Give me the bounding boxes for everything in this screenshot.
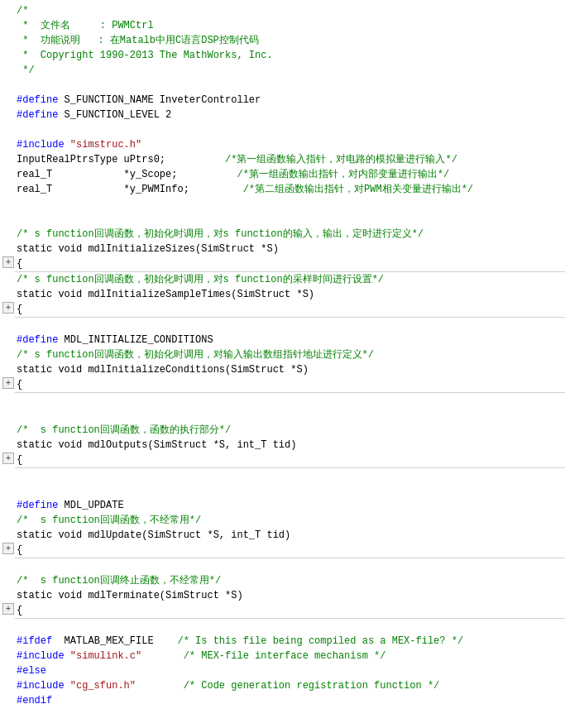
code-line: +{ <box>0 603 565 618</box>
line-content: #ifdef MATLAB_MEX_FILE /* Is this file b… <box>17 634 563 649</box>
code-line: /* s function回调函数，初始化时调用，对输入输出数组指针地址进行定义… <box>0 347 565 362</box>
line-content: { <box>17 543 563 558</box>
line-content: #include "simstruc.h" <box>17 137 563 152</box>
code-line <box>0 212 565 227</box>
code-line: InputRealPtrsType uPtrs0; /*第一组函数输入指针，对电… <box>0 152 565 167</box>
code-segment: static void mdlUpdate(SimStruct *S, int_… <box>17 529 290 541</box>
line-content: static void mdlUpdate(SimStruct *S, int_… <box>17 528 563 543</box>
code-line: static void mdlInitializeSampleTimes(Sim… <box>0 287 565 302</box>
line-content: real_T *y_PWMInfo; /*第二组函数输出指针，对PWM相关变量进… <box>17 182 563 197</box>
code-segment: static void mdlInitializeSampleTimes(Sim… <box>17 289 314 300</box>
code-line: static void mdlTerminate(SimStruct *S) <box>0 588 565 603</box>
code-segment: { <box>17 605 22 616</box>
code-line: static void mdlOutputs(SimStruct *S, int… <box>0 438 565 453</box>
line-content: /* s function回调函数，初始化时调用，对s function的采样时… <box>17 272 563 287</box>
code-segment: #else <box>17 665 46 677</box>
code-segment: /* s function回调函数，初始化时调用，对s function的输入，… <box>17 228 424 240</box>
line-content: #define MDL_INITIALIZE_CONDITIONS <box>17 333 563 347</box>
code-line: #define S_FUNCTION_NAME InveterControlle… <box>0 93 565 108</box>
code-line <box>0 619 565 634</box>
line-content: #define S_FUNCTION_LEVEL 2 <box>17 108 563 122</box>
code-line: +{ <box>0 256 565 271</box>
line-content: /* s function回调函数，不经常用*/ <box>17 513 563 528</box>
code-segment: #define <box>17 334 58 346</box>
line-content: #include "cg_sfun.h" /* Code generation … <box>17 678 563 693</box>
code-segment <box>141 650 183 662</box>
code-line <box>0 408 565 423</box>
code-line: +{ <box>0 543 565 558</box>
code-line: static void mdlInitializeSizes(SimStruct… <box>0 242 565 256</box>
line-content: static void mdlInitializeSampleTimes(Sim… <box>17 287 563 302</box>
code-segment: real_T *y_Scope; <box>17 169 177 180</box>
fold-button[interactable]: + <box>2 453 14 464</box>
code-segment: { <box>17 304 22 315</box>
fold-button[interactable]: + <box>2 256 14 268</box>
code-segment: MATLAB_MEX_FILE <box>52 635 177 647</box>
code-line: /* s function回调函数，函数的执行部分*/ <box>0 423 565 438</box>
code-segment: /* s function回调函数，初始化时调用，对s function的采样时… <box>17 274 384 285</box>
line-content: #endif <box>17 693 563 708</box>
code-segment: { <box>17 544 22 556</box>
code-segment: "simulink.c" <box>70 650 141 662</box>
code-line: #define MDL_UPDATE <box>0 498 565 513</box>
line-content: static void mdlTerminate(SimStruct *S) <box>17 588 563 603</box>
line-gutter: + <box>2 603 17 615</box>
code-line <box>0 558 565 573</box>
line-content: /* s function回调函数，初始化时调用，对s function的输入，… <box>17 227 563 242</box>
code-line: #endif <box>0 693 565 708</box>
code-segment: { <box>17 379 22 390</box>
code-segment: static void mdlInitializeConditions(SimS… <box>17 364 309 376</box>
code-segment: #ifdef <box>17 635 52 647</box>
fold-button[interactable]: + <box>2 603 14 615</box>
line-content: /* s function回调终止函数，不经常用*/ <box>17 573 563 588</box>
code-segment <box>65 680 70 692</box>
line-content: #define S_FUNCTION_NAME InveterControlle… <box>17 93 563 108</box>
code-segment: "simstruc.h" <box>70 139 141 151</box>
fold-button[interactable]: + <box>2 302 14 314</box>
code-segment: S_FUNCTION_LEVEL 2 <box>58 109 171 121</box>
code-line: * 功能说明 : 在Matalb中用C语言DSP控制代码 <box>0 33 565 48</box>
code-line: /* s function回调函数，初始化时调用，对s function的输入，… <box>0 227 565 242</box>
code-line: /* s function回调函数，不经常用*/ <box>0 513 565 528</box>
line-content: #define MDL_UPDATE <box>17 498 563 513</box>
code-line <box>0 78 565 93</box>
line-content: real_T *y_Scope; /*第一组函数输出指针，对内部变量进行输出*/ <box>17 167 563 182</box>
code-line: +{ <box>0 302 565 317</box>
code-segment: "cg_sfun.h" <box>70 680 136 692</box>
code-line <box>0 468 565 483</box>
code-line: /* <box>0 3 565 18</box>
code-segment: #endif <box>17 695 52 706</box>
code-line: real_T *y_Scope; /*第一组函数输出指针，对内部变量进行输出*/ <box>0 167 565 182</box>
code-line <box>0 318 565 333</box>
line-content: static void mdlInitializeConditions(SimS… <box>17 362 563 377</box>
code-container: /* * 文件名 : PWMCtrl * 功能说明 : 在Matalb中用C语言… <box>0 0 565 711</box>
code-segment: /* s function回调终止函数，不经常用*/ <box>17 575 221 587</box>
code-segment: real_T *y_PWMInfo; <box>17 184 189 195</box>
line-content: #include "simulink.c" /* MEX-file interf… <box>17 649 563 663</box>
code-segment: /* MEX-file interface mechanism */ <box>184 650 386 662</box>
line-content: { <box>17 377 563 392</box>
code-segment: { <box>17 454 22 466</box>
code-line <box>0 393 565 408</box>
code-line: #define MDL_INITIALIZE_CONDITIONS <box>0 333 565 347</box>
line-content: * 功能说明 : 在Matalb中用C语言DSP控制代码 <box>17 33 563 48</box>
fold-button[interactable]: + <box>2 377 14 389</box>
code-segment: */ <box>17 65 35 76</box>
code-line: static void mdlUpdate(SimStruct *S, int_… <box>0 528 565 543</box>
line-content: static void mdlInitializeSizes(SimStruct… <box>17 242 563 256</box>
code-segment: #include <box>17 650 65 662</box>
code-segment: MDL_UPDATE <box>58 500 123 511</box>
code-segment: { <box>17 258 22 270</box>
line-gutter: + <box>2 256 17 268</box>
fold-button[interactable]: + <box>2 543 14 554</box>
line-content: /* s function回调函数，函数的执行部分*/ <box>17 423 563 438</box>
code-segment: static void mdlTerminate(SimStruct *S) <box>17 590 243 601</box>
code-segment: /* Code generation registration function… <box>184 680 440 692</box>
code-line: /* s function回调函数，初始化时调用，对s function的采样时… <box>0 272 565 287</box>
code-segment <box>65 139 70 151</box>
code-segment: /*第二组函数输出指针，对PWM相关变量进行输出*/ <box>189 184 473 195</box>
code-segment: static void mdlOutputs(SimStruct *S, int… <box>17 439 296 451</box>
code-segment: MDL_INITIALIZE_CONDITIONS <box>58 334 213 346</box>
code-segment: #define <box>17 500 58 511</box>
code-line: /* s function回调终止函数，不经常用*/ <box>0 573 565 588</box>
